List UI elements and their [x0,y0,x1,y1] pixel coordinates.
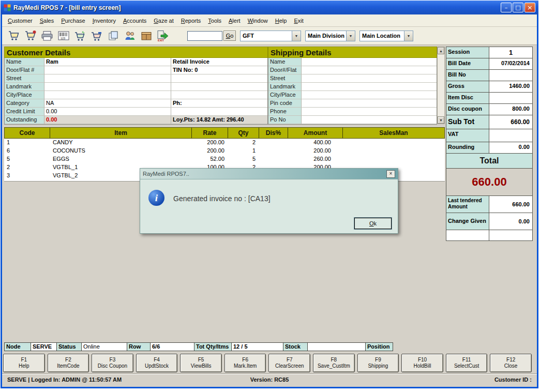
cell-salesman [342,139,445,147]
close-icon[interactable]: × [524,3,535,12]
summary-row-subtot: Sub Tot 660.00 [446,115,533,129]
details-scrollbar[interactable]: ▲ ▼ [437,47,445,124]
ship-cityplace-value[interactable] [302,91,437,99]
street-value[interactable] [44,74,171,83]
copy-bills-icon[interactable] [106,28,121,43]
customer-name-value[interactable]: Ram [44,58,171,66]
f4-updtstock-button[interactable]: F4 UpdtStock [136,354,178,372]
customer-row-doorflat: Door/Flat # TIN No: 0 [5,66,267,74]
cell-dis [259,155,288,163]
dialog-close-icon[interactable]: × [386,170,395,178]
menu-alert[interactable]: Alert [225,16,244,26]
doorflat-value[interactable] [44,66,171,74]
field-label: Landmark [5,83,44,91]
ship-doorflat-value[interactable] [302,66,437,74]
menu-accounts[interactable]: Accounts [119,16,150,26]
company-select[interactable]: GFT ▼ [240,31,301,41]
function-key-bar: F1 Help F2 ItemCode F3 Disc Coupon F4 Up… [3,354,532,372]
location-select[interactable]: Main Location ▼ [359,31,413,41]
customer-id-text: Customer ID : [357,376,532,383]
f3-disccoupon-button[interactable]: F3 Disc Coupon [92,354,133,372]
chevron-down-icon[interactable]: ▼ [346,31,355,41]
col-code: Code [5,128,50,138]
tin-no-value: TIN No: 0 [171,66,267,74]
scroll-down-icon[interactable]: ▼ [438,116,444,124]
exit-icon[interactable]: EXIT [155,28,171,43]
item-row[interactable]: 1 CANDY 200.00 2 400.00 [4,139,445,147]
restore-icon[interactable]: □ [513,3,523,12]
chevron-down-icon[interactable]: ▼ [292,31,301,41]
ship-landmark-value[interactable] [302,83,437,91]
f2-itemcode-button[interactable]: F2 ItemCode [48,354,89,372]
cell-dis [259,147,288,155]
ship-pono-value[interactable] [302,116,437,124]
ok-button[interactable]: Ok [354,218,392,229]
ship-name-value[interactable] [302,58,437,66]
category-value[interactable]: NA [44,99,171,108]
quick-search-input[interactable] [187,31,222,41]
total-label: Total [446,153,533,169]
summary-row-rounding: Rounding 0.00 [446,142,533,154]
dialog-titlebar[interactable]: RayMedi RPOS7.. × [140,169,398,179]
menu-exit[interactable]: Exit [290,16,307,26]
ship-street-value[interactable] [302,74,437,83]
total-value: 660.00 [446,168,533,196]
f9-shipping-button[interactable]: F9 Shipping [357,354,399,372]
f7-clearscreen-button[interactable]: F7 ClearScreen [268,354,310,372]
customer-details-header: Customer Details [4,47,268,58]
f6-markitem-button[interactable]: F6 Mark.Item [224,354,266,372]
menu-gaze-at[interactable]: Gaze at [150,16,177,26]
cart-return-icon[interactable] [89,28,104,43]
cart-discount-icon[interactable] [23,28,38,43]
menu-help[interactable]: Help [272,16,291,26]
summary-label: Disc coupon [446,104,489,115]
ship-phone-value[interactable] [302,108,437,116]
field-label: Pin code [268,99,302,108]
print-icon[interactable] [39,28,55,43]
f12-close-button[interactable]: F12 Close [490,354,532,372]
cityplace-value[interactable] [44,91,171,99]
menu-tools[interactable]: Tools [204,16,225,26]
menu-purchase[interactable]: Purchase [57,16,88,26]
f11-selectcust-button[interactable]: F11 SelectCust [446,354,488,372]
vat-value [489,129,532,142]
customers-icon[interactable] [122,28,138,43]
ship-pincode-value[interactable] [302,99,437,108]
f10-holdbill-button[interactable]: F10 HoldBill [401,354,443,372]
window-title: RayMedi RPOS 7 - [bill entry screen] [13,4,501,11]
menu-window[interactable]: Window [244,16,272,26]
f1-help-button[interactable]: F1 Help [3,354,45,372]
f8-savecustitm-button[interactable]: F8 Save_CustItm [313,354,355,372]
item-row[interactable]: 5 EGGS 52.00 5 260.00 [4,155,445,163]
cell-item: EGGS [50,155,191,163]
status-totqty-label: Tot Qty/Itms [194,342,232,351]
sales-cart-icon[interactable] [6,28,22,43]
menu-customer[interactable]: Customer [4,16,36,26]
scroll-up-icon[interactable]: ▲ [438,47,444,54]
cart-up-icon[interactable] [72,28,88,43]
minimize-icon[interactable]: – [501,3,512,12]
summary-label: Change Given [446,213,489,230]
loyalty-points-value: Loy.Pts: 14.82 Amt: 296.40 [171,116,267,124]
chevron-down-icon[interactable]: ▼ [404,31,413,41]
stock-register-icon[interactable] [139,28,154,43]
barcode-icon[interactable]: 123 [56,28,71,43]
shipping-row: Landmark [268,83,437,91]
menu-reports[interactable]: Reports [177,16,205,26]
col-salesman: SalesMan [343,128,444,138]
customer-row-category: Category NA Ph: [5,99,267,108]
fn-label: Close [504,363,518,370]
field-label: Name [5,58,44,66]
item-row[interactable]: 6 COCONUTS 200.00 1 200.00 [4,147,445,155]
menu-sales[interactable]: Sales [36,16,58,26]
division-select[interactable]: Main Division ▼ [305,31,355,41]
credit-limit-value: 0.00 [44,108,171,116]
landmark-value[interactable] [44,83,171,91]
shipping-row: Pin code [268,99,437,108]
dialog-body: i Generated invoice no : [CA13] Ok [140,179,398,234]
go-button[interactable]: Go [223,31,236,41]
blank-cell [171,74,267,83]
field-label: Phone [268,108,302,116]
menu-inventory[interactable]: Inventory [89,16,119,26]
f5-viewbills-button[interactable]: F5 ViewBills [180,354,222,372]
